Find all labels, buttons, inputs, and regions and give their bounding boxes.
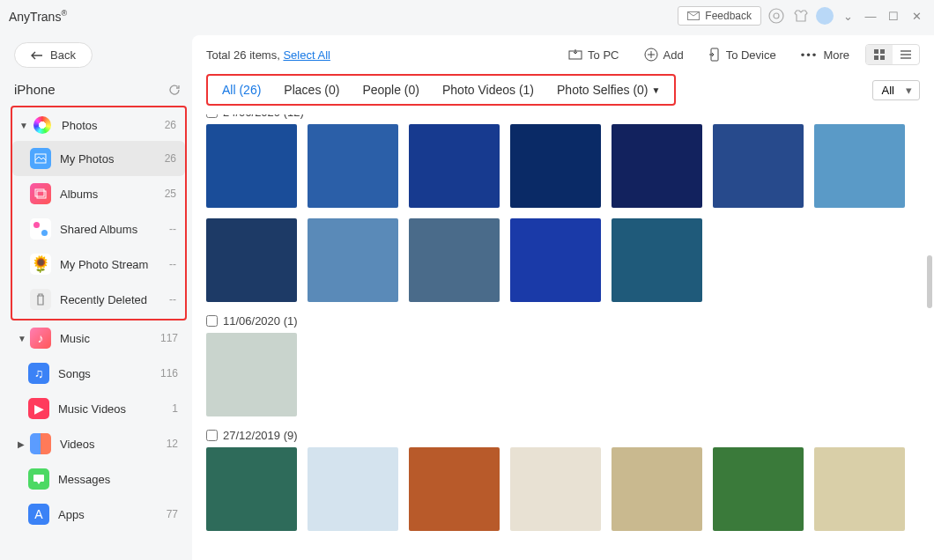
more-button[interactable]: •••More <box>792 45 858 65</box>
photo-thumbnail[interactable] <box>206 447 297 531</box>
list-icon <box>900 48 912 61</box>
sidebar-item-videos[interactable]: ▶ Videos 12 <box>11 426 187 461</box>
music-videos-count: 1 <box>172 402 178 415</box>
account-avatar[interactable] <box>816 7 834 25</box>
photo-thumbnail[interactable] <box>206 218 297 302</box>
date-group: 27/12/2019 (9) <box>206 424 920 531</box>
date-header: 24/06/2020 (12) <box>206 114 920 124</box>
photo-stream-count: -- <box>169 258 176 270</box>
photo-thumbnail[interactable] <box>612 124 702 208</box>
photo-thumbnail[interactable] <box>308 218 398 302</box>
svg-point-2 <box>774 13 779 18</box>
gallery[interactable]: 24/06/2020 (12) 11/06/2020 (1) 27/12/201… <box>192 114 934 560</box>
photo-thumbnail[interactable] <box>510 218 601 302</box>
filter-tab-photo-selfies[interactable]: Photo Selfies (0) ▼ <box>557 83 660 97</box>
photo-thumbnail[interactable] <box>510 124 601 208</box>
sidebar: Back iPhone ▼ Photos 26 My Photos 26 Alb… <box>0 32 192 560</box>
photo-thumbnail[interactable] <box>814 124 905 208</box>
shirt-icon[interactable] <box>791 6 811 26</box>
albums-label: Albums <box>60 188 165 201</box>
device-header: iPhone <box>11 82 187 106</box>
content-panel: Total 26 items, Select All To PC Add To … <box>192 35 934 560</box>
mail-icon <box>687 11 700 20</box>
date-checkbox[interactable] <box>206 430 218 441</box>
date-checkbox[interactable] <box>206 114 218 118</box>
filter-dropdown[interactable]: All <box>872 80 920 100</box>
photo-thumbnail[interactable] <box>308 124 398 208</box>
filter-tab-photo-videos[interactable]: Photo Videos (1) <box>442 83 534 97</box>
shared-albums-count: -- <box>169 223 176 235</box>
plus-circle-icon <box>644 48 658 62</box>
photos-icon <box>33 116 51 134</box>
date-label: 11/06/2020 (1) <box>223 314 298 328</box>
sidebar-item-recently-deleted[interactable]: Recently Deleted -- <box>12 282 185 317</box>
select-all-link[interactable]: Select All <box>283 48 330 62</box>
photo-thumbnail[interactable] <box>814 447 905 531</box>
photo-thumbnail[interactable] <box>510 447 601 531</box>
photo-stream-label: My Photo Stream <box>60 258 169 271</box>
videos-count: 12 <box>167 438 178 450</box>
svg-rect-9 <box>874 49 878 54</box>
chevron-down-icon: ▼ <box>18 334 28 343</box>
chevron-down-icon: ▼ <box>652 85 661 95</box>
filter-row: All (26) Places (0) People (0) Photo Vid… <box>192 70 934 114</box>
minimize-button[interactable]: — <box>862 7 879 25</box>
sidebar-item-photo-stream[interactable]: 🌻 My Photo Stream -- <box>12 247 185 282</box>
videos-label: Videos <box>60 438 167 451</box>
music-videos-icon: ▶ <box>28 398 49 419</box>
feedback-button[interactable]: Feedback <box>678 6 761 26</box>
photo-thumbnail[interactable] <box>409 447 500 531</box>
help-icon[interactable] <box>767 6 786 26</box>
scrollbar[interactable] <box>927 255 932 308</box>
toolbar-info: Total 26 items, Select All <box>206 48 552 62</box>
back-button[interactable]: Back <box>14 42 93 68</box>
grid-icon <box>873 48 886 61</box>
grid-view-button[interactable] <box>866 45 893 64</box>
photo-thumbnail[interactable] <box>612 218 702 302</box>
chevron-down-icon: ▼ <box>19 121 30 130</box>
sidebar-item-music-videos[interactable]: ▶ Music Videos 1 <box>11 391 187 426</box>
photo-stream-icon: 🌻 <box>30 254 51 275</box>
list-view-button[interactable] <box>893 45 919 64</box>
svg-rect-10 <box>880 49 885 54</box>
filter-tab-all[interactable]: All (26) <box>222 83 261 97</box>
photo-thumbnail[interactable] <box>409 124 500 208</box>
sidebar-item-messages[interactable]: Messages <box>11 461 187 497</box>
view-toggle <box>865 44 920 65</box>
photo-thumbnail[interactable] <box>612 447 702 531</box>
photo-thumbnail[interactable] <box>206 333 297 416</box>
close-button[interactable]: ✕ <box>908 7 925 25</box>
sidebar-item-albums[interactable]: Albums 25 <box>12 176 185 211</box>
to-device-button[interactable]: To Device <box>700 44 785 65</box>
sidebar-item-my-photos[interactable]: My Photos 26 <box>12 141 185 176</box>
sidebar-item-music[interactable]: ▼ ♪ Music 117 <box>11 321 187 356</box>
titlebar: AnyTrans® Feedback ⌄ — ☐ ✕ <box>0 0 934 32</box>
photos-count: 26 <box>165 119 176 131</box>
add-button[interactable]: Add <box>635 44 693 65</box>
thumb-row <box>206 124 920 208</box>
to-pc-button[interactable]: To PC <box>560 45 627 65</box>
photo-thumbnail[interactable] <box>308 447 398 531</box>
dropdown-icon[interactable]: ⌄ <box>839 7 856 25</box>
sidebar-item-shared-albums[interactable]: Shared Albums -- <box>12 211 185 247</box>
maximize-button[interactable]: ☐ <box>885 7 902 25</box>
shared-albums-label: Shared Albums <box>60 223 169 236</box>
date-group: 11/06/2020 (1) <box>206 309 920 416</box>
albums-count: 25 <box>165 188 176 200</box>
total-items-text: Total 26 items, <box>206 48 283 62</box>
refresh-icon[interactable] <box>167 83 182 97</box>
music-videos-label: Music Videos <box>58 402 172 416</box>
sidebar-item-songs[interactable]: ♫ Songs 116 <box>11 356 187 391</box>
photo-thumbnail[interactable] <box>713 124 804 208</box>
filter-tab-places[interactable]: Places (0) <box>284 83 339 97</box>
photo-thumbnail[interactable] <box>409 218 500 302</box>
my-photos-count: 26 <box>165 152 176 165</box>
filter-tab-people[interactable]: People (0) <box>362 83 419 97</box>
sidebar-item-apps[interactable]: A Apps 77 <box>11 497 187 532</box>
photo-thumbnail[interactable] <box>713 447 804 531</box>
albums-icon <box>30 183 51 204</box>
date-checkbox[interactable] <box>206 315 218 327</box>
titlebar-actions: Feedback ⌄ — ☐ ✕ <box>678 6 925 26</box>
sidebar-item-photos[interactable]: ▼ Photos 26 <box>12 109 185 141</box>
photo-thumbnail[interactable] <box>206 124 297 208</box>
